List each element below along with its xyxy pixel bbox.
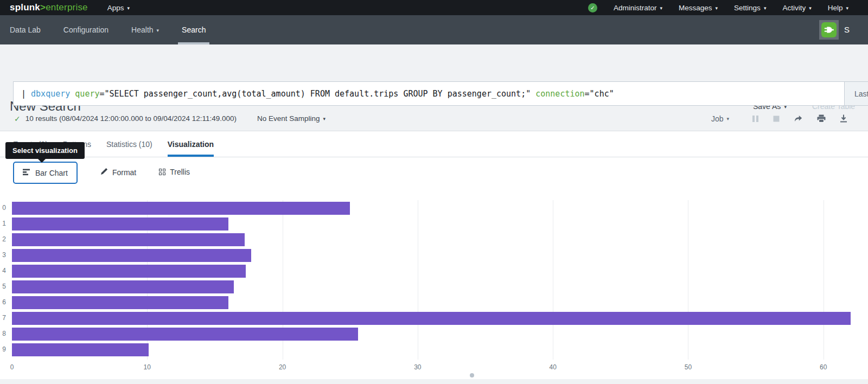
y-category-label: 6 bbox=[0, 298, 8, 306]
event-sampling-menu[interactable]: No Event Sampling ▾ bbox=[257, 114, 326, 123]
bar-segment[interactable] bbox=[12, 312, 851, 325]
query-token: "SELECT passenger_count,avg(total_amount… bbox=[105, 89, 531, 99]
page-header: New Search Save As ▾ Create Table bbox=[0, 44, 868, 81]
success-check-icon: ✓ bbox=[14, 114, 21, 123]
x-gridline bbox=[824, 200, 824, 360]
time-range-label: Last bbox=[854, 89, 868, 98]
bar-segment[interactable] bbox=[12, 202, 350, 215]
topbar-menu-label: Administrator bbox=[614, 4, 657, 12]
bar-segment[interactable] bbox=[12, 280, 234, 293]
chevron-down-icon: ▾ bbox=[127, 6, 130, 11]
status-check-icon[interactable]: ✓ bbox=[588, 3, 597, 12]
topbar-menu-messages[interactable]: Messages▾ bbox=[679, 4, 718, 12]
search-query-input[interactable]: | dbxquery query="SELECT passenger_count… bbox=[13, 81, 844, 106]
y-category-label: 3 bbox=[0, 251, 8, 259]
bar-segment[interactable] bbox=[12, 265, 246, 278]
bar-segment[interactable] bbox=[12, 328, 358, 341]
select-visualization-tooltip: Select visualization bbox=[5, 142, 85, 159]
job-menu[interactable]: Job ▾ bbox=[711, 114, 729, 123]
x-tick-label: 0 bbox=[4, 363, 20, 371]
app-icon-tile[interactable] bbox=[819, 20, 839, 40]
chevron-down-icon: ▾ bbox=[323, 117, 326, 121]
result-tabs: Events (0)PatternsStatistics (10)Visuali… bbox=[0, 131, 868, 157]
query-token: query bbox=[75, 89, 99, 99]
time-range-picker[interactable]: Last bbox=[844, 81, 868, 106]
scrollbar-dot[interactable] bbox=[470, 373, 474, 377]
apps-menu-label: Apps bbox=[107, 4, 124, 12]
chevron-down-icon: ▾ bbox=[716, 6, 718, 11]
y-category-label: 9 bbox=[0, 345, 8, 353]
bar-segment[interactable] bbox=[12, 233, 245, 246]
trellis-grid-icon bbox=[159, 169, 165, 175]
query-token: "chc" bbox=[590, 89, 614, 99]
x-gridline bbox=[688, 200, 688, 360]
topbar-menu-help[interactable]: Help▾ bbox=[828, 4, 848, 12]
apps-menu[interactable]: Apps ▾ bbox=[107, 4, 130, 12]
topbar-menu-label: Messages bbox=[679, 4, 712, 12]
query-token: connection bbox=[535, 89, 584, 99]
navbar-item-search[interactable]: Search bbox=[182, 15, 206, 44]
bar-segment[interactable] bbox=[12, 343, 149, 356]
topbar: splunk>enterprise Apps ▾ ✓ Administrator… bbox=[0, 0, 868, 15]
pause-icon bbox=[752, 115, 759, 123]
app-navbar: Data LabConfigurationHealth▾Search bbox=[0, 15, 868, 44]
bar-chart-plot: 01020304050600123456789 bbox=[0, 200, 868, 379]
topbar-menu-label: Activity bbox=[782, 4, 806, 12]
y-category-label: 2 bbox=[0, 235, 8, 243]
chevron-down-icon: ▾ bbox=[764, 6, 767, 11]
bar-segment[interactable] bbox=[12, 249, 251, 262]
query-token bbox=[70, 89, 75, 99]
logo-product: enterprise bbox=[46, 2, 88, 12]
format-button[interactable]: Format bbox=[100, 168, 136, 177]
share-icon[interactable] bbox=[794, 114, 803, 123]
viz-controls: Bar Chart Format Trellis bbox=[0, 157, 868, 200]
chevron-down-icon: ▾ bbox=[809, 6, 812, 11]
app-title-clipped: S bbox=[844, 25, 850, 34]
search-bar: | dbxquery query="SELECT passenger_count… bbox=[13, 81, 868, 106]
query-token: | bbox=[21, 89, 31, 99]
x-tick-label: 40 bbox=[545, 363, 561, 371]
x-tick-label: 60 bbox=[815, 363, 832, 371]
query-token bbox=[531, 89, 535, 99]
query-token: = bbox=[585, 89, 590, 99]
tab-visualization[interactable]: Visualization bbox=[168, 131, 214, 157]
x-tick-label: 10 bbox=[139, 363, 155, 371]
print-icon[interactable] bbox=[817, 114, 826, 123]
results-summary: 10 results (08/04/2024 12:00:00.000 to 0… bbox=[25, 114, 237, 123]
logo-gt: > bbox=[40, 2, 46, 12]
navbar-item-data-lab[interactable]: Data Lab bbox=[10, 15, 41, 44]
chevron-down-icon: ▾ bbox=[157, 28, 159, 33]
chart-type-label: Bar Chart bbox=[35, 169, 68, 177]
navbar-item-configuration[interactable]: Configuration bbox=[63, 15, 108, 44]
topbar-menu-activity[interactable]: Activity▾ bbox=[782, 4, 811, 12]
stop-icon bbox=[773, 116, 780, 122]
y-category-label: 0 bbox=[0, 204, 8, 212]
x-gridline bbox=[553, 200, 553, 360]
bar-segment[interactable] bbox=[12, 296, 228, 309]
query-token: = bbox=[100, 89, 105, 99]
navbar-item-label: Configuration bbox=[63, 25, 108, 34]
splunk-app-window: splunk>enterprise Apps ▾ ✓ Administrator… bbox=[0, 0, 868, 384]
pencil-icon bbox=[100, 168, 108, 177]
topbar-menu-label: Help bbox=[828, 4, 843, 12]
topbar-menu-settings[interactable]: Settings▾ bbox=[734, 4, 766, 12]
navbar-item-label: Data Lab bbox=[10, 25, 41, 34]
bar-segment[interactable] bbox=[12, 217, 228, 231]
event-sampling-label: No Event Sampling bbox=[257, 114, 320, 123]
y-category-label: 5 bbox=[0, 283, 8, 290]
y-category-label: 1 bbox=[0, 220, 8, 227]
splunk-logo[interactable]: splunk>enterprise bbox=[10, 2, 88, 13]
logo-splunk: splunk bbox=[10, 2, 40, 12]
navbar-item-health[interactable]: Health▾ bbox=[131, 15, 159, 44]
bar-chart-icon bbox=[23, 169, 30, 177]
results-bar: ✓ 10 results (08/04/2024 12:00:00.000 to… bbox=[0, 106, 868, 131]
export-icon[interactable] bbox=[840, 114, 847, 123]
y-category-label: 7 bbox=[0, 314, 8, 322]
trellis-button[interactable]: Trellis bbox=[159, 168, 190, 176]
chevron-down-icon: ▾ bbox=[726, 117, 729, 121]
topbar-menu-administrator[interactable]: Administrator▾ bbox=[614, 4, 662, 12]
results-actions: Job ▾ bbox=[711, 114, 868, 123]
tab-statistics-10[interactable]: Statistics (10) bbox=[106, 131, 152, 157]
y-category-label: 8 bbox=[0, 330, 8, 337]
chevron-down-icon: ▾ bbox=[846, 6, 848, 11]
